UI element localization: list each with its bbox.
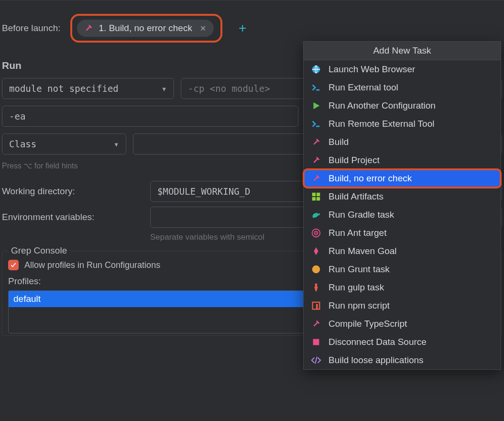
add-task-popup: Add New Task Launch Web BrowserRun Exter… (303, 41, 501, 370)
gradle-icon (310, 209, 322, 221)
popup-item-build-no-error-check[interactable]: Build, no error check (304, 169, 501, 188)
code-icon (310, 355, 322, 366)
svg-rect-2 (316, 126, 319, 127)
globe-icon (310, 64, 322, 75)
popup-item-label: Run Maven Goal (329, 246, 397, 256)
classpath-value: -cp <no module> (188, 83, 270, 94)
module-dropdown-value: module not specified (9, 83, 119, 94)
popup-item-run-npm-script[interactable]: Run npm script (304, 297, 501, 315)
grid-icon (310, 191, 322, 202)
before-launch-label: Before launch: (2, 23, 61, 33)
popup-item-run-ant-target[interactable]: Run Ant target (304, 224, 501, 242)
popup-item-label: Compile TypeScript (329, 319, 407, 329)
popup-item-run-gulp-task[interactable]: Run gulp task (304, 278, 501, 297)
terminal-icon (310, 82, 322, 93)
close-icon[interactable]: ✕ (200, 24, 206, 33)
popup-item-run-remote-external-tool[interactable]: Run Remote External Tool (304, 115, 501, 133)
svg-rect-5 (312, 197, 316, 200)
working-directory-value: $MODULE_WORKING_D (157, 186, 250, 197)
popup-item-label: Build Project (329, 155, 380, 166)
popup-item-label: Disconnect Data Source (329, 337, 427, 347)
svg-point-9 (316, 233, 317, 234)
module-dropdown[interactable]: module not specified ▾ (2, 78, 174, 99)
popup-item-compile-typescript[interactable]: Compile TypeScript (304, 315, 501, 333)
popup-item-launch-web-browser[interactable]: Launch Web Browser (304, 60, 501, 78)
maven-icon (310, 245, 322, 257)
svg-rect-12 (316, 304, 318, 309)
terminal-icon (310, 118, 322, 130)
svg-rect-3 (312, 193, 316, 196)
svg-rect-1 (316, 89, 319, 91)
hammer-icon (310, 136, 322, 148)
popup-item-run-another-configuration[interactable]: Run Another Configuration (304, 97, 501, 115)
main-class-kind-dropdown[interactable]: Class ▾ (2, 133, 126, 155)
popup-item-label: Build (329, 137, 349, 147)
popup-item-run-gradle-task[interactable]: Run Gradle task (304, 206, 501, 224)
svg-rect-4 (317, 193, 320, 196)
chevron-down-icon: ▾ (162, 83, 167, 94)
before-launch-highlight: 1. Build, no error check ✕ (70, 14, 222, 43)
popup-item-run-external-tool[interactable]: Run External tool (304, 78, 501, 97)
hammer-icon (83, 22, 94, 34)
vm-options-field[interactable]: -ea (2, 106, 298, 127)
popup-item-label: Run External tool (329, 82, 398, 93)
grunt-icon (310, 264, 322, 275)
working-directory-label: Working directory: (2, 186, 143, 197)
popup-item-build-artifacts[interactable]: Build Artifacts (304, 188, 501, 206)
svg-rect-13 (313, 339, 319, 345)
popup-item-label: Build, no error check (329, 173, 412, 184)
before-launch-tag[interactable]: 1. Build, no error check ✕ (77, 20, 214, 37)
allow-profiles-label: Allow profiles in Run Configurations (24, 260, 160, 270)
popup-item-label: Run Remote External Tool (329, 119, 434, 129)
allow-profiles-checkbox[interactable] (8, 260, 19, 270)
popup-item-run-grunt-task[interactable]: Run Grunt task (304, 260, 501, 278)
popup-item-label: Run gulp task (329, 282, 384, 293)
popup-item-label: Run npm script (329, 300, 390, 311)
popup-item-build-loose-applications[interactable]: Build loose applications (304, 351, 501, 369)
popup-item-run-maven-goal[interactable]: Run Maven Goal (304, 242, 501, 260)
popup-item-label: Run Ant target (329, 228, 386, 238)
popup-item-build[interactable]: Build (304, 133, 501, 151)
popup-item-disconnect-data-source[interactable]: Disconnect Data Source (304, 333, 501, 351)
target-icon (310, 227, 322, 239)
square-icon (310, 336, 322, 348)
play-icon (310, 100, 322, 111)
popup-item-label: Build Artifacts (329, 191, 383, 202)
add-task-button[interactable]: + (239, 21, 246, 36)
hammer-icon (310, 155, 322, 166)
chevron-down-icon: ▾ (114, 139, 119, 149)
npm-icon (310, 300, 322, 311)
add-task-popup-title: Add New Task (304, 42, 501, 60)
before-launch-tag-text: 1. Build, no error check (99, 23, 192, 33)
popup-item-label: Build loose applications (329, 355, 424, 366)
svg-point-10 (312, 266, 320, 274)
vm-options-value: -ea (9, 111, 25, 122)
hammer-icon (310, 173, 322, 184)
hammer-icon (310, 318, 322, 330)
popup-item-label: Run Grunt task (329, 264, 390, 275)
gulp-icon (310, 282, 322, 293)
popup-item-build-project[interactable]: Build Project (304, 151, 501, 169)
popup-item-label: Launch Web Browser (329, 64, 415, 75)
env-vars-label: Environment variables: (2, 212, 143, 222)
popup-item-label: Run Gradle task (329, 210, 394, 220)
grep-console-title: Grep Console (8, 245, 70, 256)
main-class-kind-value: Class (9, 139, 36, 149)
svg-rect-6 (317, 197, 320, 200)
popup-item-label: Run Another Configuration (329, 100, 436, 111)
